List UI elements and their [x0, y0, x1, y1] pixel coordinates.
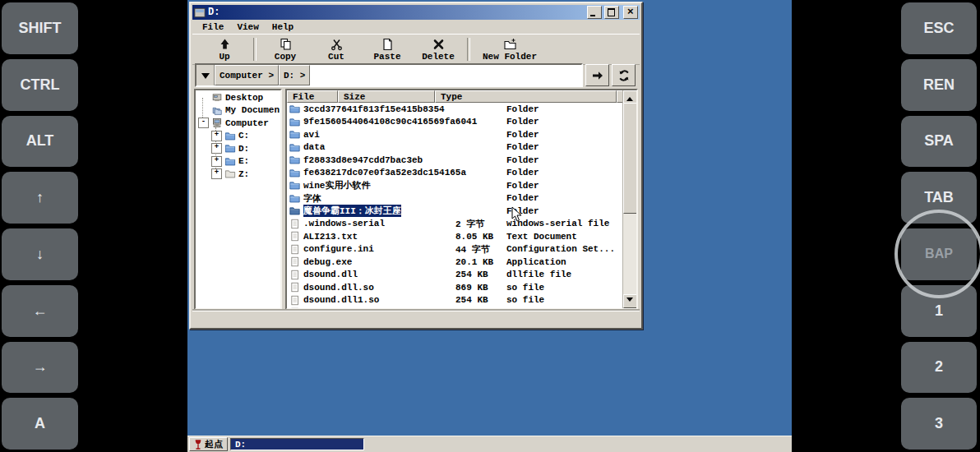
- key-label: ↓: [36, 246, 44, 263]
- tree-expander[interactable]: +: [211, 156, 222, 167]
- tree-expander[interactable]: -: [198, 118, 209, 128]
- window-titlebar[interactable]: D:: [192, 5, 640, 20]
- key-button[interactable]: SHIFT: [2, 2, 78, 54]
- column-header[interactable]: File: [287, 90, 338, 103]
- toolbar-button[interactable]: Up: [199, 36, 250, 63]
- file-row[interactable]: ALI213.txt 8.05 KB Text Document: [287, 230, 623, 243]
- file-type: Configuration Set...: [506, 244, 615, 254]
- tree-item[interactable]: Desktop: [196, 91, 280, 104]
- tree-expander[interactable]: +: [211, 143, 222, 154]
- key-button[interactable]: →: [2, 342, 78, 394]
- desktop: D: File View Help: [187, 0, 792, 452]
- file-size: 2 字节: [455, 218, 484, 230]
- key-button[interactable]: ESC: [901, 2, 977, 54]
- column-header[interactable]: Type: [435, 90, 617, 103]
- scroll-down-button[interactable]: [623, 294, 637, 308]
- file-row[interactable]: dsound.dll1.so 254 KB so file: [287, 294, 623, 307]
- address-bar: Computer > D: >: [192, 63, 640, 87]
- key-button[interactable]: CTRL: [2, 59, 78, 111]
- file-type-icon: [289, 270, 301, 280]
- file-row[interactable]: dsound.dll2.so 254 KB so file: [287, 307, 623, 308]
- minimize-button[interactable]: [587, 6, 602, 19]
- file-row[interactable]: dsound.dll.so 869 KB so file: [287, 281, 623, 294]
- key-button[interactable]: 2: [901, 342, 977, 394]
- address-segment[interactable]: Computer >: [215, 65, 279, 85]
- key-button[interactable]: 3: [901, 398, 977, 450]
- file-type-icon: [289, 168, 301, 178]
- file-row[interactable]: 3ccd377641f813f15e415b8354 Folder: [287, 103, 623, 116]
- tree-expander[interactable]: +: [211, 131, 222, 141]
- task-button[interactable]: D:: [230, 438, 364, 450]
- menu-item[interactable]: Help: [266, 22, 300, 32]
- file-size: 254 KB: [455, 295, 488, 305]
- file-type: so file: [506, 295, 544, 305]
- file-row[interactable]: 9fe1560544064108c90c416569fa6041 Folder: [287, 116, 623, 129]
- start-button[interactable]: 起点: [189, 437, 228, 451]
- tree-expander[interactable]: +: [211, 168, 222, 179]
- menu-item[interactable]: File: [196, 22, 230, 32]
- key-label: →: [33, 358, 48, 376]
- folder-tree: Desktop My Documents -: [196, 91, 280, 307]
- tree-item-label: Computer: [225, 118, 269, 128]
- file-type: Folder: [506, 168, 539, 178]
- address-input[interactable]: [310, 65, 581, 85]
- file-name: 魔兽争霸III：冰封王座: [303, 205, 401, 217]
- key-button[interactable]: ALT: [2, 116, 78, 168]
- key-button[interactable]: ↓: [2, 228, 78, 280]
- file-row[interactable]: debug.exe 20.1 KB Application: [287, 256, 623, 269]
- scrollbar-thumb[interactable]: [623, 103, 637, 214]
- file-row[interactable]: 字体 Folder: [287, 192, 623, 205]
- file-name: fe638217dc07e0f3a52e3dc154165a: [303, 168, 466, 178]
- tree-item[interactable]: - Computer: [196, 117, 280, 130]
- key-button[interactable]: TAB: [901, 172, 977, 224]
- address-segment[interactable]: D: >: [279, 65, 310, 85]
- tree-item[interactable]: + E:: [196, 155, 280, 168]
- window-icon: [194, 7, 206, 18]
- toolbar-button[interactable]: Delete: [413, 36, 464, 63]
- toolbar-button[interactable]: New Folder: [474, 36, 546, 63]
- toolbar-button[interactable]: Cut: [311, 36, 362, 63]
- tree-item[interactable]: My Documents: [196, 104, 280, 118]
- menu-bar: File View Help: [192, 20, 640, 35]
- column-header[interactable]: Size: [338, 90, 435, 103]
- toolbar-button[interactable]: Copy: [260, 36, 311, 63]
- key-button[interactable]: SPA: [901, 116, 977, 168]
- file-row[interactable]: avi Folder: [287, 128, 623, 141]
- key-button[interactable]: ←: [2, 285, 78, 337]
- key-label: BAP: [925, 247, 953, 261]
- tree-item-icon: [224, 143, 237, 154]
- file-row[interactable]: dsound.dll 254 KB dllfile file: [287, 269, 623, 282]
- file-row[interactable]: .windows-serial 2 字节 windows-serial file: [287, 218, 623, 231]
- file-row[interactable]: f28833d8e947cdd7bac3eb Folder: [287, 154, 623, 167]
- file-row[interactable]: fe638217dc07e0f3a52e3dc154165a Folder: [287, 167, 623, 180]
- key-button[interactable]: BAP: [901, 228, 977, 280]
- go-button[interactable]: [585, 64, 609, 86]
- key-label: SPA: [924, 132, 954, 150]
- file-type: Folder: [506, 117, 539, 127]
- key-button[interactable]: A: [2, 398, 78, 450]
- toolbar-label: Up: [219, 52, 229, 62]
- file-size: 254 KB: [455, 270, 488, 279]
- toolbar-button[interactable]: Paste: [362, 36, 413, 63]
- file-row[interactable]: data Folder: [287, 141, 623, 155]
- vertical-scrollbar[interactable]: [622, 90, 636, 308]
- key-button[interactable]: REN: [901, 59, 977, 111]
- file-row[interactable]: 魔兽争霸III：冰封王座 Folder: [287, 205, 623, 218]
- file-name: wine实用小软件: [303, 179, 370, 191]
- key-label: 2: [935, 358, 943, 376]
- address-dropdown-button[interactable]: [196, 65, 215, 85]
- refresh-button[interactable]: [612, 64, 636, 86]
- file-type-icon: [289, 180, 301, 191]
- maximize-button[interactable]: [604, 6, 619, 19]
- menu-item[interactable]: View: [230, 22, 265, 32]
- close-button[interactable]: [623, 6, 638, 19]
- file-type: Application: [506, 257, 566, 267]
- key-button[interactable]: ↑: [2, 172, 78, 224]
- file-row[interactable]: wine实用小软件 Folder: [287, 179, 623, 192]
- tree-item[interactable]: + C:: [196, 130, 280, 143]
- key-button[interactable]: 1: [901, 285, 977, 337]
- tree-item[interactable]: + Z:: [196, 168, 280, 181]
- file-name: ALI213.txt: [303, 232, 358, 242]
- tree-item[interactable]: + D:: [196, 142, 280, 155]
- file-row[interactable]: configure.ini 44 字节 Configuration Set...: [287, 243, 623, 256]
